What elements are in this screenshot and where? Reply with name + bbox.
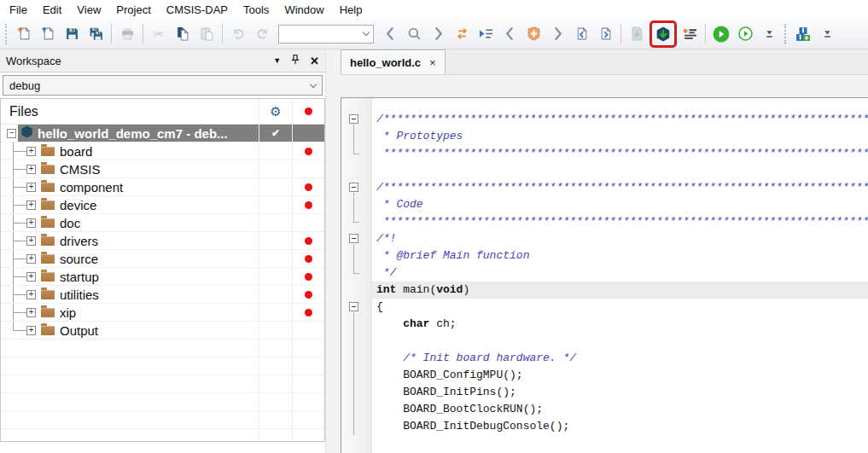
expand-icon[interactable]: +	[26, 236, 36, 246]
tree-row-component[interactable]: +component	[1, 178, 324, 196]
target-download-button[interactable]	[652, 23, 674, 45]
disassembly-button[interactable]	[679, 23, 701, 45]
menu-cmsis-dap[interactable]: CMSIS-DAP	[159, 1, 236, 19]
menu-project[interactable]: Project	[108, 1, 158, 19]
new-file-button[interactable]	[13, 23, 35, 45]
modified-dot-icon	[305, 148, 312, 155]
folder-status-cell	[292, 232, 324, 249]
save-all-button[interactable]	[84, 23, 107, 45]
expand-icon[interactable]: +	[26, 290, 36, 299]
file-back-button[interactable]	[570, 23, 592, 45]
tree-row-board[interactable]: +board	[1, 142, 324, 160]
tree-connector	[1, 160, 26, 177]
menu-file[interactable]: File	[2, 1, 35, 19]
expand-icon[interactable]: +	[26, 218, 36, 228]
project-root-cell[interactable]: −hello_world_demo_cm7 - deb...	[1, 125, 259, 142]
options-column-header[interactable]: ⚙	[259, 99, 292, 124]
menu-window[interactable]: Window	[277, 1, 331, 19]
save-button[interactable]	[61, 23, 83, 45]
prev-bookmark-button[interactable]	[498, 23, 521, 45]
tree-row-drivers[interactable]: +drivers	[1, 232, 324, 250]
collapse-icon[interactable]: −	[7, 129, 16, 138]
panel-splitter[interactable]	[325, 49, 341, 453]
check-icon: ✔	[271, 127, 280, 139]
expand-icon[interactable]: +	[26, 183, 36, 192]
print-button[interactable]	[116, 23, 138, 45]
code-editor[interactable]: /***************************************…	[341, 97, 868, 453]
expand-icon[interactable]: +	[26, 200, 36, 210]
folder-status-cell	[292, 250, 324, 267]
modified-column-header[interactable]	[292, 99, 324, 124]
tree-empty-row	[1, 357, 324, 375]
pin-icon[interactable]	[290, 54, 300, 67]
fold-marker-icon[interactable]	[341, 299, 372, 316]
menu-help[interactable]: Help	[332, 1, 370, 19]
tree-connector	[1, 214, 26, 231]
panel-menu-icon[interactable]: ▼	[273, 56, 281, 65]
nav-back-button[interactable]	[379, 23, 401, 45]
tree-row-startup[interactable]: +startup	[1, 268, 324, 286]
tree-row-source[interactable]: +source	[1, 250, 324, 268]
expand-icon[interactable]: +	[26, 254, 36, 264]
fold-marker-icon[interactable]	[341, 111, 372, 128]
folder-label: Output	[60, 323, 98, 338]
expand-icon[interactable]: +	[26, 272, 36, 282]
paste-button[interactable]	[195, 23, 218, 45]
tree-row-project-root[interactable]: −hello_world_demo_cm7 - deb...✔	[1, 125, 324, 142]
gutter-cell	[341, 350, 372, 367]
toolbar-grip[interactable]	[5, 24, 9, 44]
menu-view[interactable]: View	[69, 1, 108, 19]
tree-row-output[interactable]: +Output	[1, 322, 324, 340]
gutter-cell	[341, 264, 372, 282]
overflow-button[interactable]	[758, 23, 780, 45]
disassembly-icon	[683, 26, 697, 41]
tree-row-utilities[interactable]: +utilities	[1, 286, 324, 304]
next-bookmark-button[interactable]	[546, 23, 568, 45]
expand-icon[interactable]: +	[26, 147, 36, 156]
nav-forward-button[interactable]	[427, 23, 449, 45]
toolbar-combobox[interactable]	[278, 25, 374, 44]
code-line: */	[341, 264, 868, 282]
package-add-button[interactable]	[792, 23, 814, 45]
tree-row-doc[interactable]: +doc	[1, 214, 324, 232]
tree-empty-row	[1, 411, 324, 429]
toolbar-separator	[222, 24, 223, 44]
fold-marker-icon[interactable]	[341, 230, 372, 247]
tree-row-cmsis[interactable]: +CMSIS	[1, 160, 324, 178]
expand-icon[interactable]: +	[26, 165, 36, 174]
overflow-button[interactable]	[816, 23, 838, 45]
modified-dot-icon	[305, 309, 312, 317]
file-forward-button[interactable]	[594, 23, 616, 45]
tree-row-device[interactable]: +device	[1, 196, 324, 214]
open-file-button[interactable]	[37, 23, 59, 45]
code-line: * Code	[341, 196, 868, 213]
code-line: /* Init board hardware. */	[341, 350, 868, 367]
package-add-icon	[795, 26, 811, 42]
cut-button[interactable]: ✂	[148, 23, 170, 45]
undo-button[interactable]	[227, 23, 249, 45]
expand-icon[interactable]: +	[26, 326, 36, 335]
tab-close-icon[interactable]: ×	[429, 56, 436, 69]
run-start-button[interactable]	[734, 23, 756, 45]
tree-row-xip[interactable]: +xip	[1, 304, 324, 322]
project-check-cell[interactable]: ✔	[259, 125, 292, 142]
config-selector[interactable]: debug	[3, 75, 323, 96]
files-column-header[interactable]: Files	[1, 99, 259, 124]
shield-add-button[interactable]	[522, 23, 545, 45]
menu-tools[interactable]: Tools	[236, 1, 277, 19]
find-button[interactable]	[403, 23, 425, 45]
exchange-button[interactable]	[451, 23, 473, 45]
menu-edit[interactable]: Edit	[35, 1, 69, 19]
run-to-cursor-button[interactable]	[475, 23, 497, 45]
copy-icon	[176, 26, 190, 41]
config-selector-row: debug	[0, 73, 325, 98]
download-button[interactable]	[626, 23, 648, 45]
copy-button[interactable]	[172, 23, 194, 45]
debug-start-button[interactable]	[710, 23, 732, 45]
tab-hello-world-c[interactable]: hello_world.c ×	[341, 49, 446, 74]
fold-marker-icon[interactable]	[341, 179, 372, 196]
close-icon[interactable]: ✕	[310, 55, 319, 67]
redo-button[interactable]	[251, 23, 273, 45]
toolbar-grip[interactable]	[784, 24, 788, 44]
expand-icon[interactable]: +	[26, 308, 36, 317]
